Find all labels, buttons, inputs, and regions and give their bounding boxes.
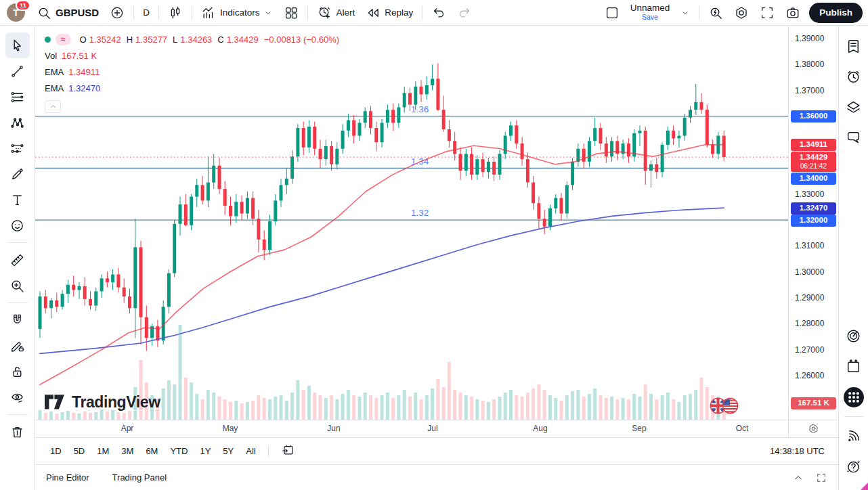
legend-main-row[interactable]: ≈ O1.35242H1.35277L1.34263C1.34429−0.008… [45,31,339,47]
sidebar-scanner-gauge-button[interactable] [841,321,867,351]
interval-button[interactable]: D [138,3,154,22]
legend-collapse-button[interactable] [45,100,61,113]
range-6m-button[interactable]: 6M [140,443,163,459]
tool-emoji[interactable] [5,213,30,238]
sidebar-broadcast-button[interactable] [841,421,867,451]
tool-drawing-edit[interactable] [5,333,30,359]
legend-ema-slow-row[interactable]: EMA 1.32470 [45,80,339,96]
price-badge: 167.51 K [791,397,836,409]
broadcast-icon [845,428,862,445]
alert-label: Alert [336,7,355,18]
range-ytd-button[interactable]: YTD [165,443,193,459]
range-all-button[interactable]: All [240,443,261,459]
axis-gear-icon [808,423,819,435]
redo-icon [457,5,472,20]
range-1m-button[interactable]: 1M [91,443,114,459]
sidebar-watchlist-button[interactable] [841,31,867,62]
sidebar-alerts-clock-button[interactable] [841,62,867,92]
toolbar-divider [7,414,28,415]
price-badge: 1.32470 [791,202,836,215]
watermark-text: TradingView [72,393,160,411]
redo-button[interactable] [452,3,477,22]
tab-pine-editor[interactable]: Pine Editor [46,472,89,483]
chart-plot[interactable]: 1.361.341.32 ≈ O1.35242H1.35277L1.34263C… [35,26,788,420]
month-label: Jul [427,424,437,433]
tool-lock[interactable] [5,359,30,384]
tool-text[interactable] [5,187,30,213]
tool-brush[interactable] [5,161,30,187]
symbol-search-button[interactable]: GBPUSD [32,3,104,22]
settings-button[interactable] [729,3,754,22]
tradingview-watermark: TradingView [45,393,160,411]
compare-add-button[interactable] [105,3,129,22]
alert-clock-icon [317,5,332,20]
tool-magnet[interactable] [5,307,30,333]
fib-retracement-icon [9,89,25,105]
tool-cursor[interactable] [5,32,30,58]
tool-projection[interactable] [5,135,30,161]
range-5d-button[interactable]: 5D [68,443,91,459]
price-tick: 1.31000 [795,241,824,250]
layout-select-button[interactable] [600,3,624,22]
legend-volume-row[interactable]: Vol 167.51 K [45,47,339,64]
range-5y-button[interactable]: 5Y [217,443,239,459]
axis-corner [788,420,838,437]
layout-square-icon [605,5,620,20]
toolbar-divider [192,5,192,20]
indicator-templates-button[interactable] [279,3,303,22]
timezone-clock-button[interactable]: 14:38:18 UTC [766,445,829,457]
tool-remove-drawings[interactable] [5,419,30,445]
pattern-xabcd-icon [9,115,25,131]
interval-label: D [143,7,150,18]
tool-zoom-in[interactable] [5,273,30,298]
tool-hide-drawings[interactable] [5,384,30,410]
range-1y-button[interactable]: 1Y [194,443,216,459]
sidebar-help-button[interactable] [841,451,867,482]
remove-drawings-icon [9,424,25,440]
layout-name-button[interactable]: Unnamed Save [626,3,675,22]
lock-icon [9,364,25,380]
publish-button[interactable]: Publish [809,3,863,23]
price-axis[interactable]: 1.390001.380001.370001.330001.310001.300… [788,26,838,420]
price-tick: 1.37000 [795,86,824,95]
search-icon [37,5,51,20]
goto-date-button[interactable] [276,441,300,462]
sidebar-apps-grid-button[interactable] [841,382,867,412]
time-axis[interactable]: AprMayJunJulAugSepOct [35,420,788,437]
chart-type-button[interactable] [163,3,188,22]
tool-pattern-xabcd[interactable] [5,110,30,135]
quick-search-button[interactable] [703,3,728,22]
user-avatar[interactable]: T 11 [7,3,25,22]
tool-ruler[interactable] [5,247,30,273]
right-sidebar [838,26,868,490]
data-mode-badge[interactable]: ≈ [56,34,71,45]
range-3m-button[interactable]: 3M [116,443,139,459]
sidebar-chat-button[interactable] [841,122,867,153]
range-1d-button[interactable]: 1D [45,443,67,459]
ema-slow-value: 1.32470 [68,83,100,93]
corner-resize-indicator [861,483,868,490]
snapshot-button[interactable] [781,3,805,22]
fullscreen-button[interactable] [755,3,779,22]
tab-trading-panel[interactable]: Trading Panel [112,472,167,483]
replay-label: Replay [385,7,413,18]
indicators-button[interactable]: Indicators [196,3,278,22]
tool-trend-line[interactable] [5,58,30,84]
panel-maximize-button[interactable] [815,472,827,484]
drawing-edit-icon [9,338,25,354]
toolbar-divider [307,5,308,20]
replay-button[interactable]: Replay [361,3,418,22]
undo-button[interactable] [427,3,451,22]
legend-ema-fast-row[interactable]: EMA 1.34911 [45,64,339,80]
price-tick: 1.39000 [795,34,824,43]
layout-dropdown-button[interactable] [676,3,695,22]
sidebar-object-layers-button[interactable] [841,92,867,122]
tool-fib-retracement[interactable] [5,84,30,110]
alert-button[interactable]: Alert [312,3,360,22]
price-tick: 1.29000 [795,293,824,303]
panel-expand-button[interactable] [792,472,804,484]
brush-icon [9,166,25,182]
sidebar-calendar-button[interactable] [841,351,867,382]
magnet-icon [9,313,25,328]
chart-settings-quick-button[interactable] [808,423,819,435]
